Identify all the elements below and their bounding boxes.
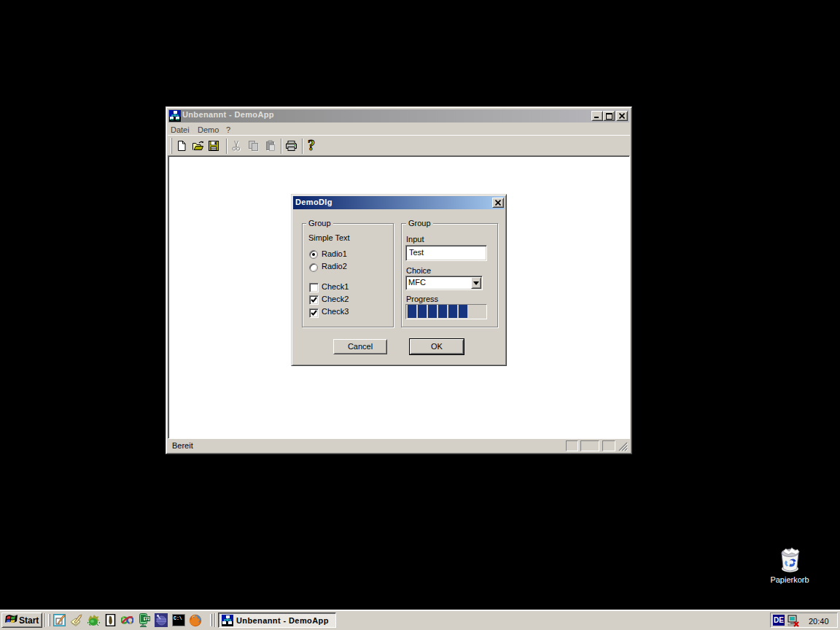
svg-text:C:\: C:\ xyxy=(174,616,182,621)
svg-text:TZ: TZ xyxy=(144,617,149,621)
svg-text:?: ? xyxy=(308,139,315,152)
